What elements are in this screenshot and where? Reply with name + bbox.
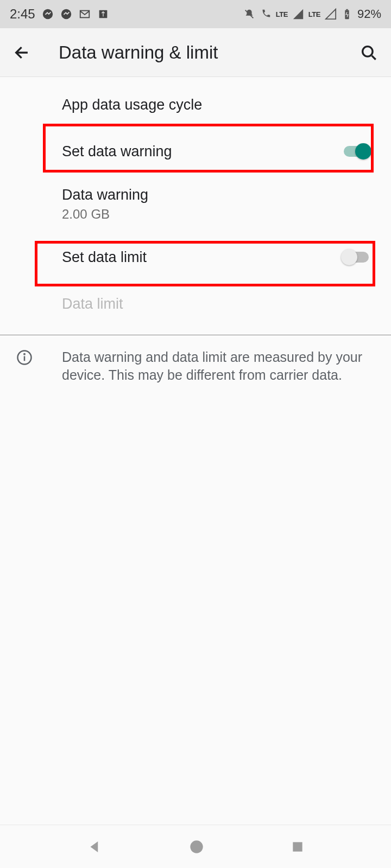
svg-point-7: [363, 46, 373, 56]
svg-point-1: [61, 9, 71, 19]
signal-empty-icon: [325, 8, 337, 20]
svg-rect-13: [293, 842, 302, 851]
messenger-icon: [42, 8, 54, 20]
battery-percent: 92%: [357, 7, 381, 21]
row-title: Data limit: [62, 296, 375, 312]
signal-icon: [292, 8, 304, 20]
lte-label: LTE: [276, 10, 288, 18]
row-title: Set data warning: [62, 143, 341, 160]
status-left: 2:45: [10, 7, 109, 22]
settings-list: App data usage cycle Set data warning Da…: [0, 77, 391, 397]
svg-point-12: [190, 840, 203, 853]
status-right: LTE LTE 92%: [243, 7, 381, 21]
row-title: Set data limit: [62, 249, 341, 266]
info-text: Data warning and data limit are measured…: [62, 348, 375, 384]
svg-point-11: [24, 354, 25, 355]
status-bar: 2:45 LTE LTE 92%: [0, 0, 391, 28]
usb-icon: [97, 8, 109, 20]
bell-off-icon: [243, 8, 255, 20]
battery-charging-icon: [341, 8, 353, 20]
info-row: Data warning and data limit are measured…: [0, 335, 391, 397]
wifi-calling-icon: [260, 8, 272, 20]
svg-rect-6: [346, 9, 348, 10]
status-time: 2:45: [10, 7, 35, 22]
toggle-set-data-warning[interactable]: [341, 143, 371, 160]
page-title: Data warning & limit: [59, 42, 360, 63]
row-app-data-usage-cycle[interactable]: App data usage cycle: [0, 81, 391, 128]
gmail-icon: [79, 8, 91, 20]
row-set-data-warning[interactable]: Set data warning: [0, 128, 391, 175]
back-arrow-icon[interactable]: [13, 43, 31, 62]
messenger-icon: [60, 8, 72, 20]
svg-line-8: [372, 55, 376, 59]
nav-recent-icon[interactable]: [291, 840, 305, 854]
row-set-data-limit[interactable]: Set data limit: [0, 234, 391, 280]
svg-point-0: [43, 9, 53, 19]
info-icon: [16, 349, 33, 366]
nav-back-icon[interactable]: [86, 839, 103, 855]
row-data-limit: Data limit: [0, 280, 391, 327]
toggle-set-data-limit[interactable]: [341, 248, 371, 266]
app-header: Data warning & limit: [0, 28, 391, 77]
row-title: App data usage cycle: [62, 97, 375, 113]
nav-home-icon[interactable]: [189, 839, 204, 854]
row-title: Data warning: [62, 187, 375, 203]
search-icon[interactable]: [360, 43, 378, 62]
navigation-bar: [0, 825, 391, 868]
lte-label-2: LTE: [308, 10, 320, 18]
row-data-warning[interactable]: Data warning 2.00 GB: [0, 175, 391, 234]
row-subtitle: 2.00 GB: [62, 207, 375, 222]
